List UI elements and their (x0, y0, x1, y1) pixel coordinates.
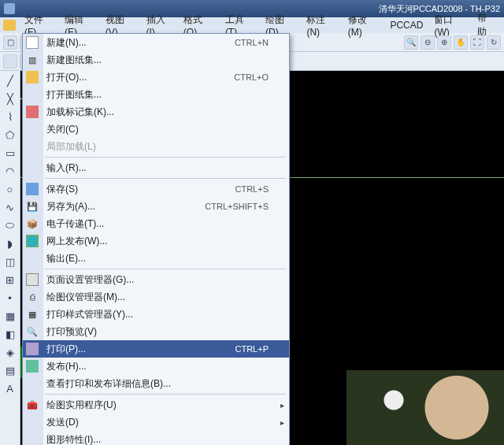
tool-extent-icon[interactable]: ⛶ (470, 35, 484, 50)
etrans-icon: 📦 (26, 217, 39, 230)
menu-viewplot[interactable]: 查看打印和发布详细信息(B)... (23, 375, 289, 392)
save-icon (26, 183, 39, 195)
app-icon (4, 3, 15, 14)
tool-zoomin-icon[interactable]: ⊕ (437, 35, 451, 50)
tool-redo-icon[interactable]: ↻ (487, 35, 501, 50)
tool-zoom-icon[interactable]: 🔍 (404, 35, 418, 50)
menu-open[interactable]: 打开(O)...CTRL+O (23, 69, 289, 86)
menu-saveas[interactable]: 💾另存为(A)...CTRL+SHIFT+S (23, 198, 289, 215)
menu-plotter[interactable]: ⎙绘图仪管理器(M)... (23, 288, 289, 306)
menu-preview[interactable]: 🔍打印预览(V) (23, 323, 289, 340)
arc-icon[interactable]: ◠ (2, 163, 18, 179)
menu-close[interactable]: 关闭(C) (23, 121, 289, 138)
menu-bar: 文件(F) 编辑(E) 视图(V) 插入(I) 格式(O) 工具(T) 绘图(D… (0, 17, 504, 33)
draw-toolbar: ╱ ╳ ⌇ ⬠ ▭ ◠ ○ ∿ ⬭ ◗ ◫ ⊞ • ▦ ◧ ◈ ▤ A (0, 71, 20, 445)
saveas-icon: 💾 (26, 200, 39, 213)
menu-etrans[interactable]: 📦电子传递(T)... (23, 215, 289, 232)
hatch-icon[interactable]: ▦ (2, 308, 18, 324)
print-icon (26, 343, 39, 355)
open-icon (26, 71, 39, 83)
spline-icon[interactable]: ∿ (2, 199, 18, 215)
tool-a-icon[interactable] (3, 54, 17, 69)
menu-util[interactable]: 🧰绘图实用程序(U) (23, 396, 289, 413)
separator (45, 178, 286, 179)
menu-plotstyle[interactable]: ▦打印样式管理器(Y)... (23, 306, 289, 323)
menu-dim[interactable]: 标注(N) (301, 12, 342, 39)
rect-icon[interactable]: ▭ (2, 145, 18, 161)
tool-zoomout-icon[interactable]: ⊖ (421, 35, 435, 50)
publish-icon (26, 360, 39, 373)
preview-icon: 🔍 (26, 325, 39, 338)
tool-pan-icon[interactable]: ✋ (454, 35, 468, 50)
menu-new[interactable]: 新建(N)...CTRL+N (23, 34, 289, 51)
pline-icon[interactable]: ⌇ (2, 109, 18, 124)
point-icon[interactable]: • (2, 290, 18, 306)
util-icon: 🧰 (26, 399, 39, 411)
insert-icon[interactable]: ⊞ (2, 272, 18, 287)
menu-print[interactable]: 打印(P)...CTRL+P (23, 340, 289, 358)
separator (45, 157, 286, 158)
folder-icon[interactable] (3, 20, 16, 31)
menu-send[interactable]: 发送(D) (23, 413, 289, 431)
menu-import[interactable]: 输入(R)... (23, 159, 289, 176)
circle-icon[interactable]: ○ (2, 181, 18, 197)
globe-icon: 🌐 (26, 235, 39, 247)
text-icon[interactable]: A (2, 380, 18, 396)
plotter-icon: ⎙ (26, 291, 39, 303)
menu-publish[interactable]: 发布(H)... (23, 358, 289, 375)
menu-webpub[interactable]: 🌐网上发布(W)... (23, 232, 289, 250)
ellipse-icon[interactable]: ⬭ (2, 217, 18, 233)
menu-save[interactable]: 保存(S)CTRL+S (23, 180, 289, 198)
grad-icon[interactable]: ◧ (2, 326, 18, 342)
menu-modify[interactable]: 修改(M) (343, 12, 385, 39)
menu-partial: 局部加载(L) (23, 138, 289, 155)
menu-props[interactable]: 图形特性(I)... (23, 431, 289, 445)
menu-pagesetup[interactable]: 页面设置管理器(G)... (23, 271, 289, 288)
tool-new-icon[interactable]: ▢ (3, 35, 17, 50)
portrait-image (346, 370, 504, 445)
ellarc-icon[interactable]: ◗ (2, 235, 18, 251)
menu-opensheet[interactable]: 打开图纸集... (23, 86, 289, 103)
table-icon[interactable]: ▤ (2, 362, 18, 378)
xline-icon[interactable]: ╳ (2, 91, 18, 106)
page-icon (26, 273, 39, 286)
newsheet-icon: ▥ (26, 54, 39, 66)
block-icon[interactable]: ◫ (2, 254, 18, 269)
menu-export[interactable]: 输出(E)... (23, 250, 289, 267)
line-icon[interactable]: ╱ (2, 72, 18, 88)
separator (45, 269, 286, 269)
menu-loadmk[interactable]: 加载标记集(K)... (23, 103, 289, 121)
file-menu-dropdown: 新建(N)...CTRL+N ▥新建图纸集... 打开(O)...CTRL+O … (22, 33, 290, 445)
marker-icon (26, 106, 39, 118)
new-icon (26, 36, 39, 49)
plotstyle-icon: ▦ (26, 308, 39, 321)
region-icon[interactable]: ◈ (2, 344, 18, 360)
menu-newsheet[interactable]: ▥新建图纸集... (23, 51, 289, 69)
menu-pccad[interactable]: PCCAD (384, 18, 428, 32)
separator (45, 394, 286, 395)
polygon-icon[interactable]: ⬠ (2, 127, 18, 143)
